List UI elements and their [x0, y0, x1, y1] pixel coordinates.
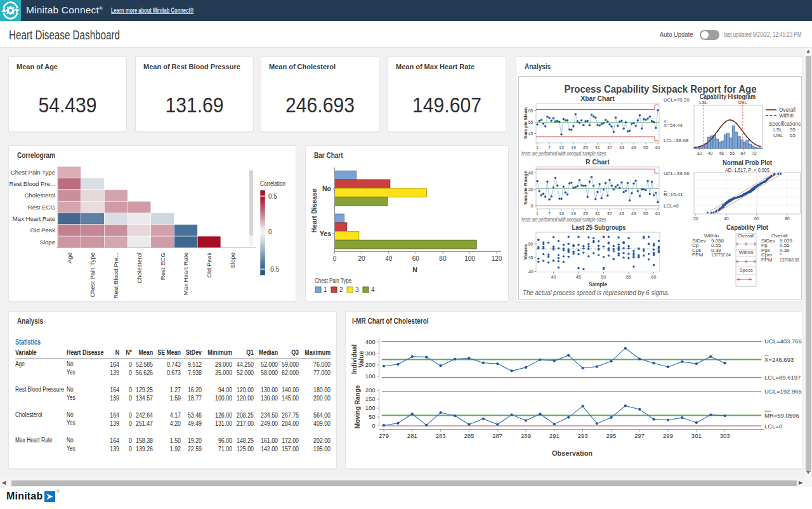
- svg-text:Value: Value: [358, 351, 365, 368]
- svg-text:LSL: LSL: [699, 100, 708, 105]
- svg-text:Capability Plot: Capability Plot: [726, 223, 768, 231]
- svg-text:3: 3: [355, 286, 359, 293]
- svg-text:32: 32: [697, 151, 702, 155]
- svg-text:291: 291: [549, 432, 560, 439]
- svg-text:200: 200: [365, 361, 376, 368]
- svg-text:61: 61: [655, 211, 660, 216]
- svg-text:49: 49: [631, 145, 636, 150]
- svg-text:Max Heart Rate: Max Heart Rate: [13, 215, 55, 222]
- svg-text:Last 25 Subgroups: Last 25 Subgroups: [572, 223, 626, 231]
- svg-text:LCL=0: LCL=0: [764, 423, 782, 430]
- svg-text:137752.64: 137752.64: [711, 252, 731, 258]
- svg-text:100: 100: [365, 404, 376, 411]
- svg-text:Slope: Slope: [39, 239, 55, 246]
- svg-text:UCL=403.766: UCL=403.766: [764, 338, 802, 345]
- svg-text:40: 40: [724, 216, 729, 221]
- svg-text:287: 287: [492, 432, 502, 439]
- svg-text:48: 48: [719, 151, 724, 155]
- svg-text:LCL=89.6197: LCL=89.6197: [764, 374, 801, 381]
- svg-text:60: 60: [528, 242, 534, 246]
- svg-text:Chest Pain Type: Chest Pain Type: [315, 277, 351, 284]
- svg-text:-0.5: -0.5: [268, 266, 280, 273]
- svg-text:1: 1: [324, 286, 327, 293]
- svg-text:303: 303: [720, 432, 730, 439]
- svg-text:LCL=0: LCL=0: [664, 203, 679, 209]
- svg-text:PPM: PPM: [761, 257, 773, 263]
- svg-text:UCL=39.66: UCL=39.66: [664, 171, 690, 176]
- svg-text:R Chart: R Chart: [586, 158, 610, 166]
- svg-text:137068.58: 137068.58: [780, 257, 799, 263]
- svg-text:80: 80: [785, 216, 790, 221]
- svg-text:0: 0: [333, 255, 337, 262]
- svg-text:19: 19: [571, 145, 576, 150]
- svg-text:X=246.693: X=246.693: [764, 356, 794, 363]
- svg-text:31: 31: [595, 145, 600, 150]
- svg-text:37: 37: [607, 145, 612, 150]
- svg-text:25: 25: [583, 211, 588, 216]
- svg-text:100: 100: [464, 255, 475, 262]
- svg-text:Cholesterol: Cholesterol: [136, 253, 143, 284]
- svg-text:299: 299: [663, 432, 673, 439]
- svg-text:120: 120: [492, 255, 502, 262]
- svg-text:19: 19: [571, 211, 576, 216]
- svg-text:50: 50: [369, 413, 376, 420]
- svg-text:297: 297: [634, 432, 645, 439]
- svg-text:25: 25: [583, 145, 588, 150]
- svg-text:Correlation: Correlation: [260, 180, 285, 187]
- svg-text:2: 2: [339, 286, 343, 293]
- svg-text:MR=59.0596: MR=59.0596: [764, 412, 799, 419]
- svg-text:Heart Disease: Heart Disease: [310, 188, 318, 233]
- svg-text:60: 60: [754, 216, 759, 221]
- svg-text:61: 61: [655, 145, 660, 150]
- svg-text:Tests are performed with unequ: Tests are performed with unequal sample …: [521, 216, 607, 223]
- svg-text:AD: 1.517, P: < 0.005: AD: 1.517, P: < 0.005: [725, 167, 769, 173]
- svg-text:56: 56: [730, 151, 735, 155]
- svg-text:0: 0: [531, 204, 534, 208]
- svg-text:43: 43: [619, 145, 624, 150]
- svg-text:285: 285: [464, 432, 474, 439]
- svg-text:150: 150: [365, 395, 376, 402]
- svg-text:LCL=38.68: LCL=38.68: [664, 138, 689, 143]
- svg-text:Chest Pain Type: Chest Pain Type: [11, 169, 55, 176]
- svg-text:PPM: PPM: [692, 252, 704, 258]
- svg-text:80: 80: [439, 255, 447, 262]
- svg-text:40: 40: [708, 151, 713, 155]
- svg-text:The actual process spread is r: The actual process spread is represented…: [523, 289, 669, 296]
- svg-text:50: 50: [601, 275, 606, 279]
- svg-text:400: 400: [365, 338, 376, 345]
- svg-text:55: 55: [643, 211, 648, 216]
- svg-text:43: 43: [619, 211, 624, 216]
- svg-text:64: 64: [741, 151, 746, 155]
- svg-text:Sample Mean: Sample Mean: [523, 107, 528, 139]
- svg-text:Individual: Individual: [351, 344, 358, 374]
- svg-text:279: 279: [379, 432, 389, 439]
- svg-text:55: 55: [528, 120, 534, 124]
- svg-text:200: 200: [365, 387, 376, 393]
- svg-text:X=54.44: X=54.44: [664, 122, 683, 128]
- svg-text:Sample: Sample: [589, 282, 608, 288]
- svg-text:20: 20: [693, 216, 698, 221]
- svg-text:Old Peak: Old Peak: [206, 253, 213, 278]
- svg-text:Specs: Specs: [740, 267, 753, 273]
- svg-text:60: 60: [652, 275, 657, 279]
- svg-text:100: 100: [365, 373, 376, 380]
- svg-text:Rest Blood Pre...: Rest Blood Pre...: [9, 180, 55, 187]
- svg-text:20: 20: [528, 187, 534, 192]
- svg-text:Slope: Slope: [229, 253, 236, 268]
- svg-text:55: 55: [643, 145, 648, 150]
- svg-text:35: 35: [790, 127, 796, 133]
- svg-text:Rest ECG: Rest ECG: [28, 204, 55, 211]
- svg-text:37: 37: [607, 211, 612, 216]
- svg-text:1: 1: [536, 145, 539, 150]
- svg-text:Within: Within: [739, 249, 754, 255]
- svg-text:R=15.41: R=15.41: [664, 192, 683, 197]
- svg-text:Overall: Overall: [738, 233, 754, 239]
- svg-text:40: 40: [551, 275, 556, 279]
- svg-text:Yes: Yes: [320, 230, 331, 237]
- svg-text:UCL=70.20: UCL=70.20: [664, 97, 690, 103]
- svg-text:Specifications: Specifications: [769, 121, 801, 127]
- svg-text:0: 0: [372, 422, 375, 429]
- svg-text:45: 45: [576, 275, 581, 279]
- svg-text:7: 7: [548, 145, 551, 150]
- svg-text:13: 13: [559, 211, 564, 216]
